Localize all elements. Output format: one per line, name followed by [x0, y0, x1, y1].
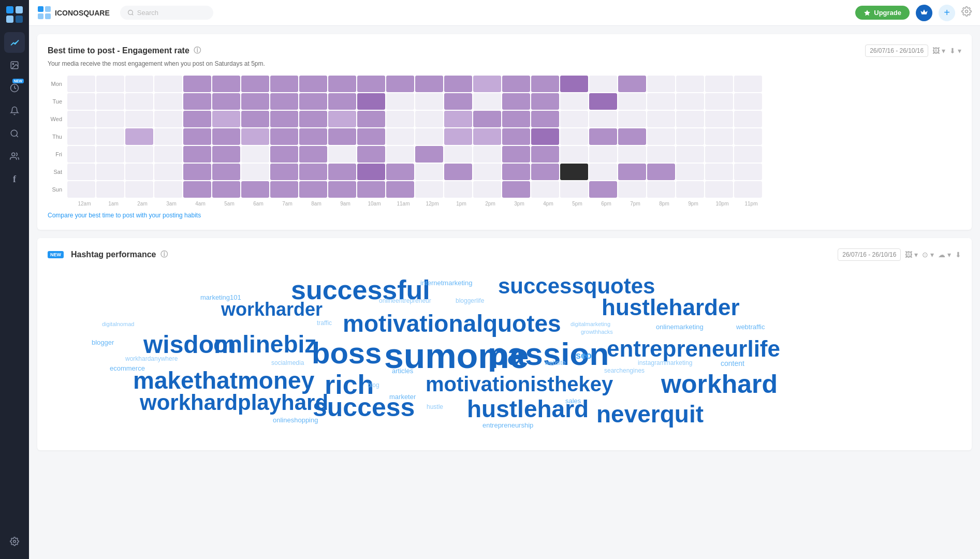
heatmap-cell[interactable] — [415, 76, 443, 92]
settings-icon[interactable] — [961, 6, 972, 19]
heatmap-cell[interactable] — [415, 146, 443, 163]
heatmap-cell[interactable] — [531, 93, 559, 110]
heatmap-cell[interactable] — [531, 111, 559, 127]
heatmap-cell[interactable] — [647, 146, 675, 163]
heatmap-cell[interactable] — [328, 76, 356, 92]
heatmap-cell[interactable] — [154, 76, 182, 92]
heatmap-cell[interactable] — [241, 181, 269, 198]
heatmap-cell[interactable] — [299, 164, 327, 180]
heatmap-cell[interactable] — [357, 181, 385, 198]
heatmap-cell[interactable] — [183, 76, 211, 92]
heatmap-cell[interactable] — [357, 128, 385, 145]
word-cloud-item[interactable]: webtraffic — [736, 323, 765, 331]
heatmap-cell[interactable] — [125, 164, 153, 180]
heatmap-cell[interactable] — [473, 111, 501, 127]
heatmap-cell[interactable] — [125, 111, 153, 127]
word-cloud-item[interactable]: workhardanywhere — [125, 356, 178, 362]
heatmap-cell[interactable] — [589, 146, 617, 163]
heatmap-cell[interactable] — [531, 181, 559, 198]
avatar-button[interactable] — [916, 5, 932, 21]
heatmap-cell[interactable] — [618, 164, 646, 180]
word-cloud-item[interactable]: digitalnomad — [102, 321, 134, 327]
heatmap-cell[interactable] — [67, 146, 95, 163]
word-cloud-item[interactable]: workharder — [221, 299, 323, 320]
heatmap-cell[interactable] — [444, 181, 472, 198]
sidebar-item-schedule[interactable]: NEW — [4, 78, 25, 98]
heatmap-cell[interactable] — [618, 93, 646, 110]
heatmap-cell[interactable] — [299, 146, 327, 163]
heatmap-cell[interactable] — [183, 128, 211, 145]
heatmap-cell[interactable] — [560, 93, 588, 110]
word-cloud-item[interactable]: digitalmarketing — [571, 321, 610, 327]
heatmap-cell[interactable] — [560, 76, 588, 92]
info-icon-hashtag[interactable]: ⓘ — [160, 250, 168, 259]
word-cloud-item[interactable]: website — [545, 360, 566, 366]
sidebar-item-gear[interactable] — [4, 531, 25, 552]
heatmap-cell[interactable] — [357, 111, 385, 127]
image-export-btn[interactable]: 🖼 ▾ — [932, 47, 945, 55]
heatmap-cell[interactable] — [502, 128, 530, 145]
heatmap-cell[interactable] — [531, 128, 559, 145]
heatmap-cell[interactable] — [560, 146, 588, 163]
heatmap-cell[interactable] — [705, 164, 733, 180]
heatmap-cell[interactable] — [618, 111, 646, 127]
heatmap-cell[interactable] — [589, 111, 617, 127]
heatmap-cell[interactable] — [154, 111, 182, 127]
word-cloud-item[interactable]: traffic — [317, 320, 332, 327]
heatmap-cell[interactable] — [676, 164, 704, 180]
heatmap-cell[interactable] — [241, 76, 269, 92]
heatmap-cell[interactable] — [96, 111, 124, 127]
heatmap-cell[interactable] — [270, 181, 298, 198]
heatmap-cell[interactable] — [67, 93, 95, 110]
word-cloud-item[interactable]: instagrammarketing — [638, 360, 692, 366]
heatmap-cell[interactable] — [502, 76, 530, 92]
heatmap-cell[interactable] — [502, 111, 530, 127]
heatmap-cell[interactable] — [705, 93, 733, 110]
heatmap-cell[interactable] — [154, 146, 182, 163]
heatmap-cell[interactable] — [183, 93, 211, 110]
heatmap-cell[interactable] — [647, 164, 675, 180]
word-cloud-item[interactable]: articles — [392, 367, 413, 375]
heatmap-cell[interactable] — [386, 181, 414, 198]
word-cloud-item[interactable]: onlineentrepreneur — [379, 298, 431, 304]
word-cloud-item[interactable]: sales — [565, 398, 581, 405]
heatmap-cell[interactable] — [560, 164, 588, 180]
heatmap-cell[interactable] — [154, 93, 182, 110]
sidebar-item-analytics[interactable] — [4, 32, 25, 53]
heatmap-cell[interactable] — [270, 76, 298, 92]
heatmap-cell[interactable] — [125, 128, 153, 145]
heatmap-cell[interactable] — [647, 111, 675, 127]
heatmap-cell[interactable] — [299, 111, 327, 127]
sidebar-item-users[interactable] — [4, 146, 25, 167]
heatmap-cell[interactable] — [270, 111, 298, 127]
heatmap-cell[interactable] — [647, 93, 675, 110]
heatmap-cell[interactable] — [357, 146, 385, 163]
heatmap-cell[interactable] — [502, 93, 530, 110]
word-cloud-item[interactable]: onlinebiz — [213, 331, 316, 358]
heatmap-cell[interactable] — [241, 93, 269, 110]
heatmap-cell[interactable] — [473, 93, 501, 110]
heatmap-cell[interactable] — [589, 93, 617, 110]
hashtag-filter-btn[interactable]: ⊙ ▾ — [922, 251, 934, 259]
heatmap-cell[interactable] — [212, 181, 240, 198]
word-cloud-item[interactable]: onlinemarketing — [656, 323, 704, 331]
heatmap-cell[interactable] — [212, 128, 240, 145]
heatmap-cell[interactable] — [415, 181, 443, 198]
heatmap-cell[interactable] — [589, 181, 617, 198]
heatmap-cell[interactable] — [560, 111, 588, 127]
heatmap-cell[interactable] — [67, 76, 95, 92]
heatmap-cell[interactable] — [705, 128, 733, 145]
heatmap-cell[interactable] — [328, 128, 356, 145]
heatmap-cell[interactable] — [415, 93, 443, 110]
heatmap-cell[interactable] — [473, 164, 501, 180]
heatmap-cell[interactable] — [328, 146, 356, 163]
word-cloud-item[interactable]: internetmarketing — [420, 280, 472, 287]
word-cloud-item[interactable]: hustle — [427, 404, 443, 410]
heatmap-cell[interactable] — [125, 181, 153, 198]
word-cloud-item[interactable]: motivationalquotes — [343, 311, 561, 337]
word-cloud-item[interactable]: content — [721, 360, 744, 367]
date-range-best-time[interactable]: 26/07/16 - 26/10/16 — [865, 45, 928, 57]
heatmap-cell[interactable] — [357, 164, 385, 180]
heatmap-cell[interactable] — [676, 93, 704, 110]
heatmap-cell[interactable] — [502, 181, 530, 198]
